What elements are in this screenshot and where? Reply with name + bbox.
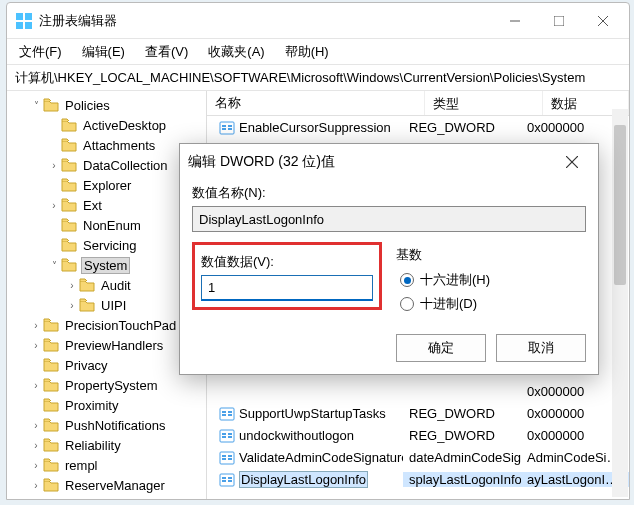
svg-rect-9 [222,125,226,127]
tree-item-explorer[interactable]: Explorer [7,175,206,195]
scroll-thumb[interactable] [614,125,626,285]
chevron-icon[interactable] [29,420,43,431]
menu-edit[interactable]: 编辑(E) [74,41,133,63]
list-row[interactable]: SupportUwpStartupTasksREG_DWORD0x000000 [207,402,629,424]
menu-view[interactable]: 查看(V) [137,41,196,63]
tree-label: ReserveManager [63,478,167,493]
tree-label: Attachments [81,138,157,153]
tree-item-datacollection[interactable]: DataCollection [7,155,206,175]
tree-panel[interactable]: PoliciesActiveDesktopAttachmentsDataColl… [7,91,207,499]
menu-favorites[interactable]: 收藏夹(A) [200,41,272,63]
chevron-icon[interactable] [47,160,61,171]
address-bar[interactable]: 计算机\HKEY_LOCAL_MACHINE\SOFTWARE\Microsof… [7,65,629,91]
minimize-button[interactable] [493,6,537,36]
chevron-icon[interactable] [29,320,43,331]
tree-item-previewhandlers[interactable]: PreviewHandlers [7,335,206,355]
svg-rect-34 [222,477,226,479]
radio-hex-row[interactable]: 十六进制(H) [396,268,586,292]
cell-type: dateAdminCodeSign [403,450,521,465]
radio-dec[interactable] [400,297,414,311]
chevron-icon[interactable] [47,260,61,271]
tree-item-proximity[interactable]: Proximity [7,395,206,415]
tree-item-privacy[interactable]: Privacy [7,355,206,375]
menu-file[interactable]: 文件(F) [11,41,70,63]
menu-help[interactable]: 帮助(H) [277,41,337,63]
col-name[interactable]: 名称 [207,91,425,115]
tree-label: Explorer [81,178,133,193]
chevron-icon[interactable] [65,280,79,291]
tree-item-audit[interactable]: Audit [7,275,206,295]
radio-dec-label: 十进制(D) [420,295,477,313]
window-title: 注册表编辑器 [39,12,493,30]
chevron-icon[interactable] [29,460,43,471]
list-row[interactable]: ValidateAdminCodeSignaturesdateAdminCode… [207,446,629,468]
svg-rect-25 [222,436,226,438]
svg-rect-31 [228,455,232,457]
value-data-label: 数值数据(V): [201,253,373,271]
ok-button[interactable]: 确定 [396,334,486,362]
tree-label: Reliability [63,438,123,453]
svg-rect-0 [16,13,23,20]
tree-label: DataCollection [81,158,170,173]
cell-type: splayLastLogonInfo [403,472,521,487]
svg-rect-5 [554,16,564,26]
chevron-icon[interactable] [29,340,43,351]
value-name: undockwithoutlogon [239,428,354,443]
tree-item-ext[interactable]: Ext [7,195,206,215]
cell-type: REG_DWORD [403,120,521,135]
list-row[interactable]: DisplayLastLogonInfosplayLastLogonInfoay… [207,468,629,490]
chevron-icon[interactable] [47,200,61,211]
highlight-box: 数值数据(V): [192,242,382,310]
close-button[interactable] [581,6,625,36]
cancel-button[interactable]: 取消 [496,334,586,362]
tree-label: NonEnum [81,218,143,233]
dialog-titlebar: 编辑 DWORD (32 位)值 [180,144,598,180]
tree-item-pushnotifications[interactable]: PushNotifications [7,415,206,435]
value-name: ValidateAdminCodeSignatures [239,450,403,465]
tree-item-uipi[interactable]: UIPI [7,295,206,315]
tree-item-precisiontouchpad[interactable]: PrecisionTouchPad [7,315,206,335]
svg-rect-24 [222,433,226,435]
list-row[interactable]: undockwithoutlogonREG_DWORD0x000000 [207,424,629,446]
value-name: DisplayLastLogonInfo [239,471,368,488]
tree-item-activedesktop[interactable]: ActiveDesktop [7,115,206,135]
maximize-button[interactable] [537,6,581,36]
svg-rect-10 [222,128,226,130]
dialog-close-button[interactable] [554,144,590,180]
tree-item-propertysystem[interactable]: PropertySystem [7,375,206,395]
chevron-icon[interactable] [29,100,43,111]
tree-item-attachments[interactable]: Attachments [7,135,206,155]
radio-dec-row[interactable]: 十进制(D) [396,292,586,316]
chevron-icon[interactable] [65,300,79,311]
value-data-input[interactable] [201,275,373,301]
tree-item-reservemanager[interactable]: ReserveManager [7,475,206,495]
tree-label: Audit [99,278,133,293]
tree-item-system[interactable]: System [7,255,206,275]
svg-rect-3 [25,22,32,29]
svg-rect-35 [222,480,226,482]
chevron-icon[interactable] [29,380,43,391]
tree-label: PreviewHandlers [63,338,165,353]
address-text: 计算机\HKEY_LOCAL_MACHINE\SOFTWARE\Microsof… [15,69,585,87]
tree-label: Servicing [81,238,138,253]
cell-name: EnableCursorSuppression [207,119,403,135]
radio-hex[interactable] [400,273,414,287]
list-row[interactable]: EnableCursorSuppressionREG_DWORD0x000000 [207,116,629,138]
tree-item-rempl[interactable]: rempl [7,455,206,475]
tree-item-reliability[interactable]: Reliability [7,435,206,455]
chevron-icon[interactable] [29,480,43,491]
tree-item-nonenum[interactable]: NonEnum [7,215,206,235]
app-icon [15,12,33,30]
tree-label: Privacy [63,358,110,373]
value-name-input[interactable] [192,206,586,232]
tree-item-servicing[interactable]: Servicing [7,235,206,255]
tree-item-policies[interactable]: Policies [7,95,206,115]
scrollbar[interactable] [612,109,628,497]
cell-type: REG_DWORD [403,428,521,443]
chevron-icon[interactable] [29,440,43,451]
col-type[interactable]: 类型 [425,91,543,115]
tree-label: ActiveDesktop [81,118,168,133]
list-row[interactable]: 0x000000 [207,380,629,402]
svg-rect-19 [222,411,226,413]
value-name-label: 数值名称(N): [192,184,586,202]
